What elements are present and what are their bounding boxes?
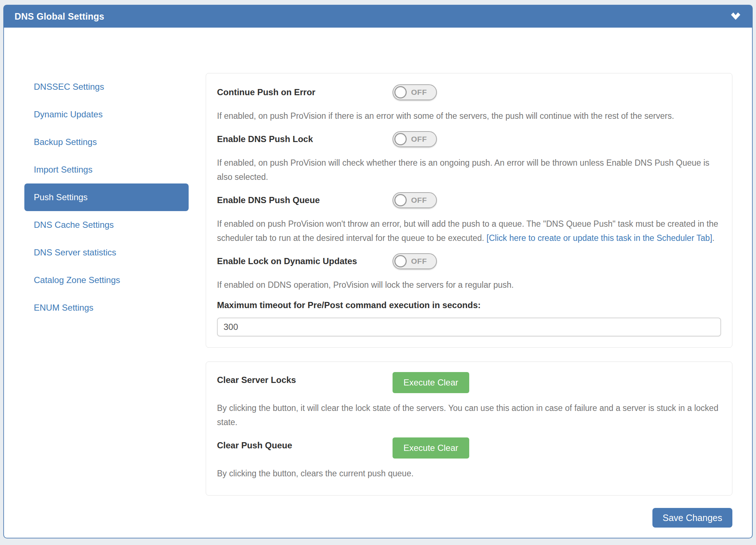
sidebar-item-enum-settings[interactable]: ENUM Settings [24,294,189,322]
action-label: Clear Push Queue [217,437,393,451]
action-description: By clicking the button, it will clear th… [217,401,721,429]
toggle-state-label: OFF [411,135,427,144]
toggle-knob-icon [394,255,407,267]
push-settings-content: Continue Push on Error OFF If enabled, o… [206,73,732,528]
execute-clear-server-locks-button[interactable]: Execute Clear [393,372,469,393]
sidebar-item-dns-cache-settings[interactable]: DNS Cache Settings [24,211,189,239]
setting-description: If enabled on push ProVision won't throw… [217,217,721,245]
description-text: . [712,233,715,243]
sidebar-item-import-settings[interactable]: Import Settings [24,156,189,183]
toggle-knob-icon [394,86,407,98]
toggle-continue-push-on-error[interactable]: OFF [393,84,437,100]
action-label: Clear Server Locks [217,372,393,385]
toggle-knob-icon [394,194,407,206]
action-row-clear-server-locks: Clear Server Locks Execute Clear [217,372,721,393]
sidebar-item-dns-server-statistics[interactable]: DNS Server statistics [24,239,189,266]
setting-description: If enabled, on push ProVision if there i… [217,109,721,123]
setting-description: If enabled on DDNS operation, ProVision … [217,278,721,292]
setting-description: If enabled, on push ProVision will check… [217,156,721,184]
setting-label: Enable Lock on Dynamic Updates [217,253,393,266]
toggle-knob-icon [394,133,407,145]
action-description: By clicking the button, clears the curre… [217,467,721,481]
action-row-clear-push-queue: Clear Push Queue Execute Clear [217,437,721,459]
setting-label: Enable DNS Push Queue [217,192,393,205]
push-settings-card: Continue Push on Error OFF If enabled, o… [206,73,732,348]
toggle-enable-dns-push-queue[interactable]: OFF [393,192,437,208]
chevron-down-icon[interactable] [730,12,741,21]
setting-row-enable-lock-on-dynamic-updates: Enable Lock on Dynamic Updates OFF [217,253,721,269]
setting-row-enable-dns-push-lock: Enable DNS Push Lock OFF [217,131,721,147]
toggle-state-label: OFF [411,196,427,205]
execute-clear-push-queue-button[interactable]: Execute Clear [393,437,469,459]
timeout-input[interactable] [217,318,721,336]
timeout-label: Maximum timeout for Pre/Post command exe… [217,300,721,310]
toggle-enable-dns-push-lock[interactable]: OFF [393,131,437,147]
footer-actions: Save Changes [206,508,732,528]
setting-label: Enable DNS Push Lock [217,131,393,144]
clear-actions-card: Clear Server Locks Execute Clear By clic… [206,362,732,496]
settings-sidebar: DNSSEC Settings Dynamic Updates Backup S… [24,73,189,322]
panel-title: DNS Global Settings [15,11,104,22]
setting-label: Continue Push on Error [217,84,393,97]
setting-row-enable-dns-push-queue: Enable DNS Push Queue OFF [217,192,721,208]
scheduler-tab-link[interactable]: [Click here to create or update this tas… [487,233,712,243]
sidebar-item-catalog-zone-settings[interactable]: Catalog Zone Settings [24,266,189,294]
toggle-state-label: OFF [411,257,427,266]
sidebar-item-backup-settings[interactable]: Backup Settings [24,128,189,156]
setting-row-continue-push-on-error: Continue Push on Error OFF [217,84,721,100]
toggle-enable-lock-on-dynamic-updates[interactable]: OFF [393,253,437,269]
save-changes-button[interactable]: Save Changes [652,508,732,528]
sidebar-item-push-settings[interactable]: Push Settings [24,183,189,211]
sidebar-item-dnssec-settings[interactable]: DNSSEC Settings [24,73,189,101]
dns-global-settings-panel: DNS Global Settings DNSSEC Settings Dyna… [3,5,753,538]
sidebar-item-dynamic-updates[interactable]: Dynamic Updates [24,101,189,128]
panel-body: DNSSEC Settings Dynamic Updates Backup S… [4,28,752,537]
toggle-state-label: OFF [411,88,427,97]
panel-header: DNS Global Settings [4,5,752,28]
